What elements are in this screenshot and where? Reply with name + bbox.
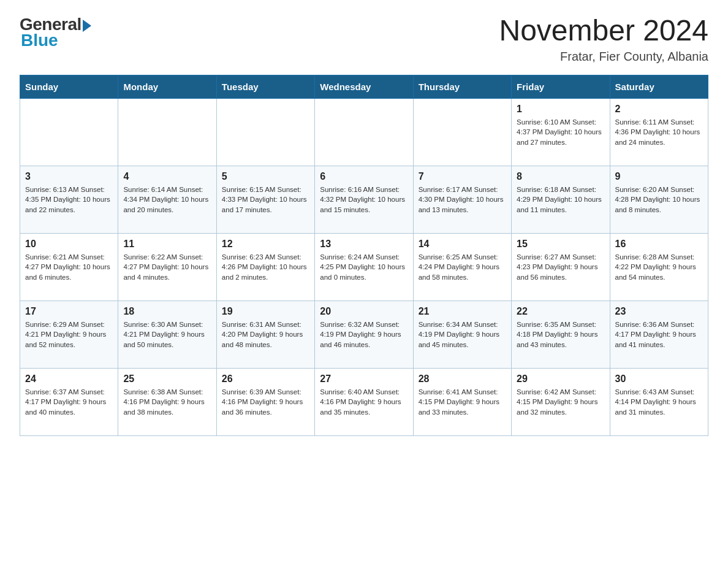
day-number: 29 xyxy=(517,373,604,385)
calendar-cell: 23Sunrise: 6:36 AM Sunset: 4:17 PM Dayli… xyxy=(610,301,708,368)
day-info: Sunrise: 6:11 AM Sunset: 4:36 PM Dayligh… xyxy=(615,117,703,148)
day-info: Sunrise: 6:34 AM Sunset: 4:19 PM Dayligh… xyxy=(419,320,506,350)
logo-blue-text: Blue xyxy=(21,31,58,50)
calendar-cell: 24Sunrise: 6:37 AM Sunset: 4:17 PM Dayli… xyxy=(20,368,118,435)
calendar-cell: 22Sunrise: 6:35 AM Sunset: 4:18 PM Dayli… xyxy=(512,301,610,368)
week-row-2: 3Sunrise: 6:13 AM Sunset: 4:35 PM Daylig… xyxy=(20,166,708,233)
calendar-cell xyxy=(413,98,511,166)
day-info: Sunrise: 6:38 AM Sunset: 4:16 PM Dayligh… xyxy=(123,387,211,418)
day-info: Sunrise: 6:23 AM Sunset: 4:26 PM Dayligh… xyxy=(222,252,309,283)
day-info: Sunrise: 6:37 AM Sunset: 4:17 PM Dayligh… xyxy=(25,387,113,418)
calendar-cell: 7Sunrise: 6:17 AM Sunset: 4:30 PM Daylig… xyxy=(413,166,511,233)
day-number: 23 xyxy=(615,306,703,317)
weekday-header-wednesday: Wednesday xyxy=(315,75,413,98)
day-number: 2 xyxy=(615,104,703,115)
day-info: Sunrise: 6:29 AM Sunset: 4:21 PM Dayligh… xyxy=(25,320,113,350)
logo: General Blue xyxy=(20,15,91,50)
calendar-cell xyxy=(20,98,118,166)
day-info: Sunrise: 6:41 AM Sunset: 4:15 PM Dayligh… xyxy=(419,387,506,418)
weekday-header-friday: Friday xyxy=(512,75,610,98)
calendar-cell xyxy=(118,98,216,166)
day-number: 30 xyxy=(615,373,703,385)
calendar-cell: 15Sunrise: 6:27 AM Sunset: 4:23 PM Dayli… xyxy=(512,233,610,301)
day-number: 6 xyxy=(320,171,408,182)
day-info: Sunrise: 6:13 AM Sunset: 4:35 PM Dayligh… xyxy=(25,185,113,215)
location-subtitle: Fratar, Fier County, Albania xyxy=(499,50,708,64)
calendar-cell: 29Sunrise: 6:42 AM Sunset: 4:15 PM Dayli… xyxy=(512,368,610,435)
title-block: November 2024 Fratar, Fier County, Alban… xyxy=(499,15,708,64)
day-info: Sunrise: 6:36 AM Sunset: 4:17 PM Dayligh… xyxy=(615,320,703,350)
logo-arrow-icon xyxy=(83,20,91,32)
day-info: Sunrise: 6:24 AM Sunset: 4:25 PM Dayligh… xyxy=(320,252,408,283)
calendar-table: SundayMondayTuesdayWednesdayThursdayFrid… xyxy=(20,75,708,436)
day-info: Sunrise: 6:21 AM Sunset: 4:27 PM Dayligh… xyxy=(25,252,113,283)
day-number: 13 xyxy=(320,239,408,250)
calendar-cell: 2Sunrise: 6:11 AM Sunset: 4:36 PM Daylig… xyxy=(610,98,708,166)
calendar-cell: 3Sunrise: 6:13 AM Sunset: 4:35 PM Daylig… xyxy=(20,166,118,233)
day-number: 11 xyxy=(123,239,211,250)
day-number: 20 xyxy=(320,306,408,317)
weekday-header-thursday: Thursday xyxy=(413,75,511,98)
day-number: 5 xyxy=(222,171,309,182)
calendar-cell xyxy=(315,98,413,166)
day-info: Sunrise: 6:35 AM Sunset: 4:18 PM Dayligh… xyxy=(517,320,604,350)
day-number: 18 xyxy=(123,306,211,317)
day-number: 10 xyxy=(25,239,113,250)
day-info: Sunrise: 6:16 AM Sunset: 4:32 PM Dayligh… xyxy=(320,185,408,215)
day-number: 26 xyxy=(222,373,309,385)
day-number: 19 xyxy=(222,306,309,317)
calendar-cell: 5Sunrise: 6:15 AM Sunset: 4:33 PM Daylig… xyxy=(216,166,314,233)
day-number: 3 xyxy=(25,171,113,182)
day-number: 25 xyxy=(123,373,211,385)
calendar-cell: 21Sunrise: 6:34 AM Sunset: 4:19 PM Dayli… xyxy=(413,301,511,368)
calendar-cell: 14Sunrise: 6:25 AM Sunset: 4:24 PM Dayli… xyxy=(413,233,511,301)
day-number: 4 xyxy=(123,171,211,182)
day-info: Sunrise: 6:25 AM Sunset: 4:24 PM Dayligh… xyxy=(419,252,506,283)
calendar-cell: 12Sunrise: 6:23 AM Sunset: 4:26 PM Dayli… xyxy=(216,233,314,301)
week-row-4: 17Sunrise: 6:29 AM Sunset: 4:21 PM Dayli… xyxy=(20,301,708,368)
day-info: Sunrise: 6:31 AM Sunset: 4:20 PM Dayligh… xyxy=(222,320,309,350)
day-number: 16 xyxy=(615,239,703,250)
calendar-cell xyxy=(216,98,314,166)
day-number: 15 xyxy=(517,239,604,250)
day-info: Sunrise: 6:22 AM Sunset: 4:27 PM Dayligh… xyxy=(123,252,211,283)
day-number: 24 xyxy=(25,373,113,385)
day-info: Sunrise: 6:40 AM Sunset: 4:16 PM Dayligh… xyxy=(320,387,408,418)
day-info: Sunrise: 6:43 AM Sunset: 4:14 PM Dayligh… xyxy=(615,387,703,418)
day-info: Sunrise: 6:15 AM Sunset: 4:33 PM Dayligh… xyxy=(222,185,309,215)
day-number: 7 xyxy=(419,171,506,182)
day-number: 17 xyxy=(25,306,113,317)
page-header: General Blue November 2024 Fratar, Fier … xyxy=(20,15,708,64)
day-info: Sunrise: 6:39 AM Sunset: 4:16 PM Dayligh… xyxy=(222,387,309,418)
day-info: Sunrise: 6:42 AM Sunset: 4:15 PM Dayligh… xyxy=(517,387,604,418)
day-number: 27 xyxy=(320,373,408,385)
calendar-cell: 11Sunrise: 6:22 AM Sunset: 4:27 PM Dayli… xyxy=(118,233,216,301)
day-number: 28 xyxy=(419,373,506,385)
week-row-3: 10Sunrise: 6:21 AM Sunset: 4:27 PM Dayli… xyxy=(20,233,708,301)
day-info: Sunrise: 6:14 AM Sunset: 4:34 PM Dayligh… xyxy=(123,185,211,215)
weekday-header-saturday: Saturday xyxy=(610,75,708,98)
day-info: Sunrise: 6:30 AM Sunset: 4:21 PM Dayligh… xyxy=(123,320,211,350)
calendar-cell: 4Sunrise: 6:14 AM Sunset: 4:34 PM Daylig… xyxy=(118,166,216,233)
day-info: Sunrise: 6:20 AM Sunset: 4:28 PM Dayligh… xyxy=(615,185,703,215)
calendar-cell: 16Sunrise: 6:28 AM Sunset: 4:22 PM Dayli… xyxy=(610,233,708,301)
calendar-cell: 28Sunrise: 6:41 AM Sunset: 4:15 PM Dayli… xyxy=(413,368,511,435)
day-number: 21 xyxy=(419,306,506,317)
day-info: Sunrise: 6:27 AM Sunset: 4:23 PM Dayligh… xyxy=(517,252,604,283)
day-info: Sunrise: 6:18 AM Sunset: 4:29 PM Dayligh… xyxy=(517,185,604,215)
calendar-cell: 25Sunrise: 6:38 AM Sunset: 4:16 PM Dayli… xyxy=(118,368,216,435)
day-number: 12 xyxy=(222,239,309,250)
calendar-cell: 26Sunrise: 6:39 AM Sunset: 4:16 PM Dayli… xyxy=(216,368,314,435)
calendar-cell: 19Sunrise: 6:31 AM Sunset: 4:20 PM Dayli… xyxy=(216,301,314,368)
calendar-cell: 9Sunrise: 6:20 AM Sunset: 4:28 PM Daylig… xyxy=(610,166,708,233)
calendar-cell: 6Sunrise: 6:16 AM Sunset: 4:32 PM Daylig… xyxy=(315,166,413,233)
day-info: Sunrise: 6:17 AM Sunset: 4:30 PM Dayligh… xyxy=(419,185,506,215)
day-number: 14 xyxy=(419,239,506,250)
day-number: 22 xyxy=(517,306,604,317)
weekday-header-row: SundayMondayTuesdayWednesdayThursdayFrid… xyxy=(20,75,708,98)
calendar-cell: 10Sunrise: 6:21 AM Sunset: 4:27 PM Dayli… xyxy=(20,233,118,301)
calendar-cell: 8Sunrise: 6:18 AM Sunset: 4:29 PM Daylig… xyxy=(512,166,610,233)
calendar-cell: 18Sunrise: 6:30 AM Sunset: 4:21 PM Dayli… xyxy=(118,301,216,368)
calendar-cell: 27Sunrise: 6:40 AM Sunset: 4:16 PM Dayli… xyxy=(315,368,413,435)
calendar-cell: 30Sunrise: 6:43 AM Sunset: 4:14 PM Dayli… xyxy=(610,368,708,435)
